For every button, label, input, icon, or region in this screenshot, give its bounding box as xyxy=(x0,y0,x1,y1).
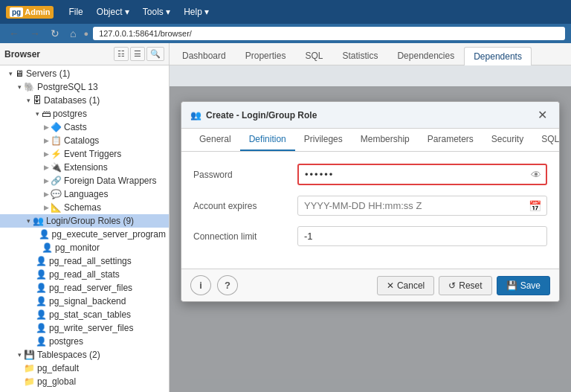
icon-pg-global: 📁 xyxy=(24,376,35,387)
arrow-languages: ▶ xyxy=(42,190,51,198)
label-postgres-db: postgres xyxy=(53,109,87,119)
label-pg-global: pg_global xyxy=(37,376,76,387)
tree-item-catalogs[interactable]: ▶ 📋 Catalogs xyxy=(0,134,169,147)
icon-pg-read-settings: 👤 xyxy=(36,256,47,266)
menu-object[interactable]: Object ▾ xyxy=(91,4,135,20)
url-protocol: ● xyxy=(83,29,88,38)
address-bar[interactable] xyxy=(93,27,565,40)
form-row-connection: Connection limit xyxy=(193,226,547,246)
tree-item-pg-stat-scan[interactable]: 👤 pg_stat_scan_tables xyxy=(0,308,169,321)
sidebar-btn-list[interactable]: ☰ xyxy=(130,47,145,61)
label-event-triggers: Event Triggers xyxy=(64,149,121,159)
sidebar-btn-filter[interactable]: 🔍 xyxy=(146,47,164,61)
tree-item-pg-global[interactable]: 📁 pg_global xyxy=(0,375,169,388)
tab-sql[interactable]: SQL xyxy=(295,46,332,65)
arrow-tablespaces: ▾ xyxy=(15,351,24,359)
arrow-databases: ▾ xyxy=(24,97,33,104)
tree-item-pg-read-settings[interactable]: 👤 pg_read_all_settings xyxy=(0,254,169,268)
icon-pg-read-files: 👤 xyxy=(36,283,47,293)
tab-dependents[interactable]: Dependents xyxy=(464,47,532,65)
label-tablespaces: Tablespaces (2) xyxy=(37,350,100,360)
tree-item-pg-monitor[interactable]: 👤 pg_monitor xyxy=(0,241,169,254)
icon-pg-monitor: 👤 xyxy=(42,242,53,253)
main-area: Browser ☷ ☰ 🔍 ▾ 🖥 Servers (1) ▾ 🐘 Postgr… xyxy=(0,43,571,392)
tree-item-languages[interactable]: ▶ 💬 Languages xyxy=(0,187,169,201)
tree-item-login-roles[interactable]: ▾ 👥 Login/Group Roles (9) xyxy=(0,214,169,228)
sidebar-header: Browser ☷ ☰ 🔍 xyxy=(0,43,169,65)
modal-tab-definition[interactable]: Definition xyxy=(240,129,295,151)
modal-tab-security[interactable]: Security xyxy=(483,129,532,151)
nav-refresh[interactable]: ↻ xyxy=(48,26,62,41)
tree-item-tablespaces[interactable]: ▾ 💾 Tablespaces (2) xyxy=(0,348,169,362)
tree-item-databases[interactable]: ▾ 🗄 Databases (1) xyxy=(0,94,169,107)
tab-statistics[interactable]: Statistics xyxy=(332,46,387,65)
tree-item-pg-write[interactable]: 👤 pg_write_server_files xyxy=(0,321,169,335)
expires-label: Account expires xyxy=(193,201,297,211)
label-extensions: Extensions xyxy=(64,162,108,173)
top-tabs: Dashboard Properties SQL Statistics Depe… xyxy=(170,43,571,65)
tree-item-postgres-db[interactable]: ▾ 🗃 postgres xyxy=(0,107,169,121)
modal-tab-membership[interactable]: Membership xyxy=(352,129,419,151)
expires-input[interactable] xyxy=(297,196,547,216)
modal-tab-sql[interactable]: SQL xyxy=(532,129,568,151)
info-button[interactable]: i xyxy=(190,275,211,295)
modal-close-button[interactable]: ✕ xyxy=(535,108,550,122)
label-pg-stat-scan: pg_stat_scan_tables xyxy=(49,309,131,320)
tree-item-extensions[interactable]: ▶ 🔌 Extensions xyxy=(0,161,169,174)
modal-tab-general[interactable]: General xyxy=(190,129,240,151)
tree-item-schemas[interactable]: ▶ 📐 Schemas xyxy=(0,201,169,214)
tree-item-pg-read-stats[interactable]: 👤 pg_read_all_stats xyxy=(0,268,169,281)
tree-item-pg13[interactable]: ▾ 🐘 PostgreSQL 13 xyxy=(0,80,169,94)
icon-pg-default: 📁 xyxy=(24,363,35,373)
modal-tab-parameters[interactable]: Parameters xyxy=(419,129,483,151)
arrow-casts: ▶ xyxy=(42,123,51,131)
connection-input[interactable] xyxy=(297,226,547,246)
arrow-schemas: ▶ xyxy=(42,204,51,211)
label-foreign-data: Foreign Data Wrappers xyxy=(64,176,157,186)
password-toggle-icon[interactable]: 👁 xyxy=(531,169,541,181)
icon-pg-stat-scan: 👤 xyxy=(36,309,47,320)
form-row-expires: Account expires 📅 xyxy=(193,196,547,216)
save-button[interactable]: 💾 Save xyxy=(497,276,550,295)
tree-item-pg-execute[interactable]: 👤 pg_execute_server_program xyxy=(0,228,169,241)
tree-item-pg-signal[interactable]: 👤 pg_signal_backend xyxy=(0,295,169,308)
label-pg-read-stats: pg_read_all_stats xyxy=(49,269,120,280)
nav-home[interactable]: ⌂ xyxy=(67,26,79,41)
sidebar-btn-grid[interactable]: ☷ xyxy=(114,47,129,61)
password-wrap: 👁 xyxy=(297,164,547,185)
icon-catalogs: 📋 xyxy=(51,135,62,146)
nav-forward[interactable]: → xyxy=(27,26,43,41)
reset-button[interactable]: ↺ Reset xyxy=(439,276,491,295)
tab-dependencies[interactable]: Dependencies xyxy=(387,46,464,65)
icon-login-roles: 👥 xyxy=(33,216,44,226)
password-input[interactable] xyxy=(297,164,547,185)
cancel-button[interactable]: ✕ Cancel xyxy=(377,276,434,295)
tree-item-casts[interactable]: ▶ 🔷 Casts xyxy=(0,121,169,134)
icon-extensions: 🔌 xyxy=(51,162,62,173)
cancel-icon: ✕ xyxy=(387,280,394,291)
menu-file[interactable]: File xyxy=(62,4,88,20)
tree-item-pg-default[interactable]: 📁 pg_default xyxy=(0,362,169,375)
tree-item-event-triggers[interactable]: ▶ ⚡ Event Triggers xyxy=(0,147,169,161)
tree-item-servers[interactable]: ▾ 🖥 Servers (1) xyxy=(0,67,169,80)
label-pg-default: pg_default xyxy=(37,363,79,373)
modal-tab-privileges[interactable]: Privileges xyxy=(295,129,352,151)
menu-help[interactable]: Help ▾ xyxy=(178,4,215,20)
tree-item-pg-read-files[interactable]: 👤 pg_read_server_files xyxy=(0,281,169,295)
modal-icon: 👥 xyxy=(190,110,201,121)
arrow-foreign-data: ▶ xyxy=(42,177,51,184)
pgadmin-logo: pgAdmin xyxy=(6,6,54,19)
icon-postgres-db: 🗃 xyxy=(42,109,51,119)
arrow-login-roles: ▾ xyxy=(24,217,33,225)
nav-back[interactable]: ← xyxy=(6,26,22,41)
tab-properties[interactable]: Properties xyxy=(236,46,296,65)
tree-item-postgres-role[interactable]: 👤 postgres xyxy=(0,335,169,348)
label-pg-write: pg_write_server_files xyxy=(49,323,133,333)
calendar-icon[interactable]: 📅 xyxy=(529,200,541,212)
addressbar: ← → ↻ ⌂ ● xyxy=(0,24,571,43)
help-button[interactable]: ? xyxy=(217,275,238,295)
arrow-event-triggers: ▶ xyxy=(42,150,51,158)
tab-dashboard[interactable]: Dashboard xyxy=(172,46,236,65)
tree-item-foreign-data[interactable]: ▶ 🔗 Foreign Data Wrappers xyxy=(0,174,169,187)
menu-tools[interactable]: Tools ▾ xyxy=(137,4,176,20)
